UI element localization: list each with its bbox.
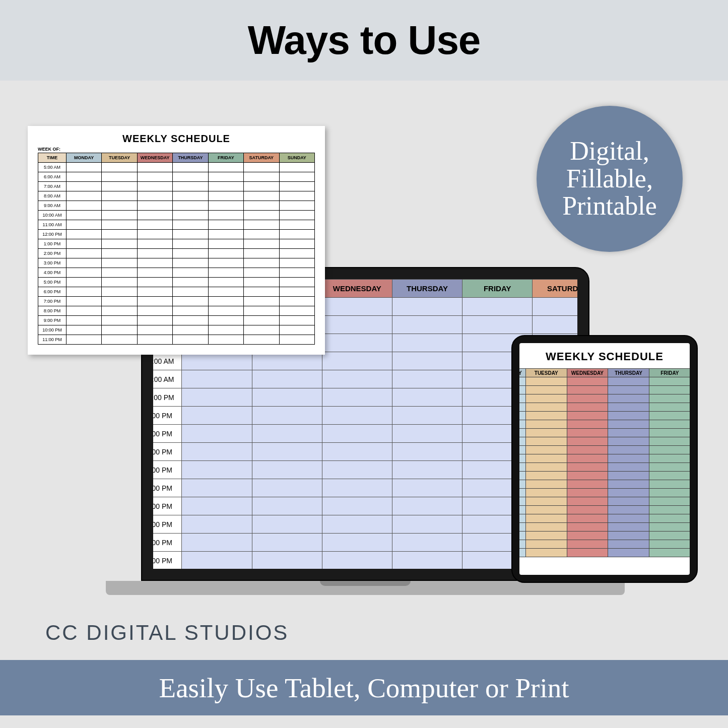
schedule-cell: [567, 489, 608, 497]
schedule-cell: [519, 549, 525, 557]
schedule-cell: [244, 335, 279, 345]
schedule-cell: [608, 420, 649, 429]
schedule-cell: [137, 287, 172, 297]
schedule-cell: [173, 325, 208, 335]
schedule-cell: [519, 446, 525, 454]
schedule-cell: [608, 549, 649, 557]
schedule-cell: [608, 454, 649, 463]
schedule-cell: [279, 191, 314, 201]
schedule-cell: [102, 287, 137, 297]
schedule-cell: [649, 420, 690, 429]
time-cell: 11:00 AM: [153, 370, 182, 388]
schedule-cell: [252, 552, 322, 569]
schedule-cell: [137, 335, 172, 345]
schedule-cell: [567, 506, 608, 514]
time-cell: 7:00 AM: [38, 182, 67, 191]
schedule-cell: [525, 523, 567, 532]
time-cell: 1:00 PM: [153, 407, 182, 425]
col-day: TUESDAY: [102, 153, 137, 163]
schedule-cell: [67, 325, 102, 335]
schedule-cell: [252, 461, 322, 479]
schedule-cell: [208, 239, 243, 249]
schedule-cell: [322, 352, 392, 370]
schedule-cell: [173, 239, 208, 249]
tablet-title: WEEKLY SCHEDULE: [519, 343, 690, 368]
schedule-cell: [392, 461, 462, 479]
schedule-cell: [322, 425, 392, 443]
schedule-cell: [244, 325, 279, 335]
schedule-cell: [322, 497, 392, 515]
schedule-cell: [649, 412, 690, 420]
table-row: [519, 412, 690, 420]
schedule-cell: [608, 523, 649, 532]
schedule-cell: [567, 472, 608, 480]
schedule-cell: [649, 386, 690, 394]
schedule-cell: [67, 172, 102, 182]
schedule-cell: [182, 425, 252, 443]
schedule-cell: [322, 316, 392, 334]
col-day: THURSDAY: [392, 280, 462, 298]
schedule-cell: [525, 420, 567, 429]
schedule-cell: [244, 163, 279, 172]
table-row: 8:00 PM: [38, 306, 315, 316]
schedule-cell: [173, 182, 208, 191]
col-day: TUESDAY: [525, 369, 567, 377]
schedule-cell: [102, 268, 137, 278]
schedule-cell: [608, 480, 649, 489]
schedule-cell: [649, 437, 690, 446]
schedule-cell: [608, 394, 649, 403]
schedule-cell: [649, 532, 690, 540]
schedule-cell: [252, 425, 322, 443]
schedule-cell: [102, 220, 137, 230]
schedule-cell: [649, 429, 690, 437]
table-row: [519, 506, 690, 514]
schedule-cell: [525, 463, 567, 472]
schedule-cell: [519, 386, 525, 394]
schedule-cell: [392, 388, 462, 407]
schedule-cell: [392, 479, 462, 497]
table-row: [519, 540, 690, 549]
schedule-cell: [208, 182, 243, 191]
schedule-cell: [649, 480, 690, 489]
schedule-cell: [525, 386, 567, 394]
schedule-cell: [244, 316, 279, 325]
time-cell: 7:00 PM: [153, 515, 182, 534]
time-cell: 10:00 PM: [38, 325, 67, 335]
schedule-cell: [525, 377, 567, 386]
schedule-cell: [519, 463, 525, 472]
time-cell: 6:00 AM: [38, 172, 67, 182]
schedule-cell: [102, 278, 137, 287]
schedule-cell: [102, 306, 137, 316]
schedule-cell: [244, 191, 279, 201]
schedule-cell: [173, 268, 208, 278]
schedule-cell: [649, 540, 690, 549]
schedule-cell: [208, 163, 243, 172]
tablet-body: WEEKLY SCHEDULE YTUESDAYWEDNESDAYTHURSDA…: [511, 335, 698, 583]
schedule-cell: [567, 497, 608, 506]
schedule-cell: [182, 388, 252, 407]
col-day: WEDNESDAY: [567, 369, 608, 377]
schedule-cell: [173, 335, 208, 345]
schedule-cell: [173, 220, 208, 230]
schedule-cell: [567, 532, 608, 540]
schedule-cell: [392, 407, 462, 425]
schedule-cell: [525, 454, 567, 463]
time-cell: 2:00 PM: [38, 249, 67, 258]
page-title: Ways to Use: [248, 17, 481, 63]
col-day: THURSDAY: [173, 153, 208, 163]
schedule-cell: [252, 497, 322, 515]
schedule-cell: [173, 297, 208, 306]
schedule-cell: [392, 352, 462, 370]
schedule-cell: [244, 287, 279, 297]
time-cell: 10:00 AM: [38, 211, 67, 220]
schedule-cell: [462, 316, 533, 334]
schedule-cell: [208, 306, 243, 316]
schedule-cell: [392, 334, 462, 352]
schedule-cell: [173, 316, 208, 325]
schedule-cell: [525, 549, 567, 557]
time-cell: 1:00 PM: [38, 239, 67, 249]
table-row: 12:00 PM: [38, 230, 315, 239]
schedule-cell: [137, 306, 172, 316]
schedule-cell: [252, 515, 322, 534]
schedule-cell: [279, 239, 314, 249]
